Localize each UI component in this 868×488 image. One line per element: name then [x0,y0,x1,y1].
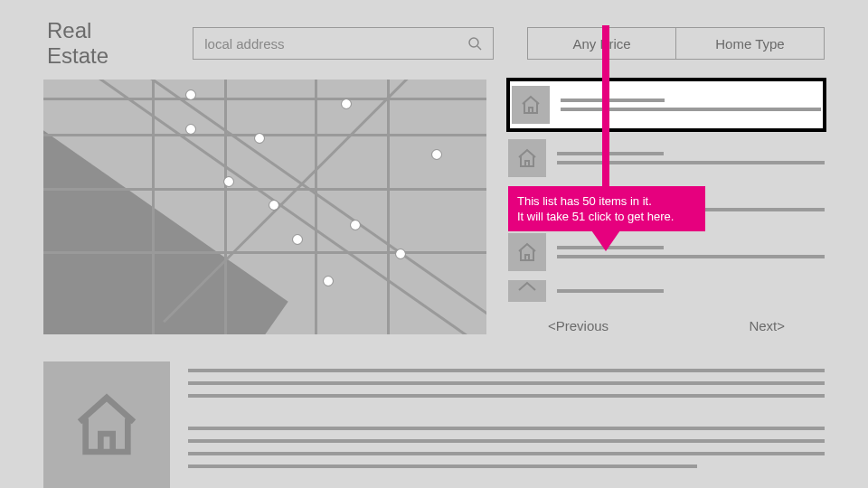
list-item[interactable] [508,280,825,302]
map-pin[interactable] [255,134,264,143]
pager: <Previous Next> [548,318,785,333]
home-icon [520,94,542,116]
home-icon [516,147,538,169]
detail-text [188,361,825,488]
next-button[interactable]: Next> [749,318,785,333]
map-pin[interactable] [396,249,405,258]
listing-thumb [508,139,546,177]
listing-thumb [508,233,546,271]
map-pin[interactable] [269,201,278,210]
map-pin[interactable] [351,221,360,230]
list-item[interactable] [508,233,825,271]
home-icon [71,389,143,461]
map-pin[interactable] [224,177,233,186]
prev-button[interactable]: <Previous [548,318,609,333]
map-pin[interactable] [432,150,441,159]
map-pin[interactable] [324,277,333,286]
filter-bar: Any Price Home Type [528,27,825,60]
brand-title: Real Estate [47,18,158,69]
svg-point-0 [469,38,478,47]
home-icon [516,241,538,263]
home-icon [516,280,538,302]
annotation-callout: This list has 50 items in it. It will ta… [508,186,705,231]
search-input[interactable]: local address [193,27,494,60]
search-placeholder: local address [204,36,467,52]
callout-line1: This list has 50 items in it. [517,193,696,209]
map-pin[interactable] [186,125,195,134]
map-pin[interactable] [342,99,351,108]
type-filter[interactable]: Home Type [675,27,825,60]
results-list: <Previous Next> This list has 50 items i… [508,80,825,351]
list-item[interactable] [508,139,825,177]
detail-thumb [43,361,170,488]
map-pin[interactable] [293,235,302,244]
list-item[interactable] [508,80,825,130]
map[interactable] [43,80,486,334]
listing-thumb [508,280,546,302]
svg-line-1 [477,46,481,50]
callout-line2: It will take 51 click to get here. [517,209,696,224]
search-icon [467,36,482,51]
listing-thumb [512,86,550,124]
detail-panel [0,351,868,488]
header: Real Estate local address Any Price Home… [0,0,868,80]
map-pin[interactable] [186,90,195,99]
